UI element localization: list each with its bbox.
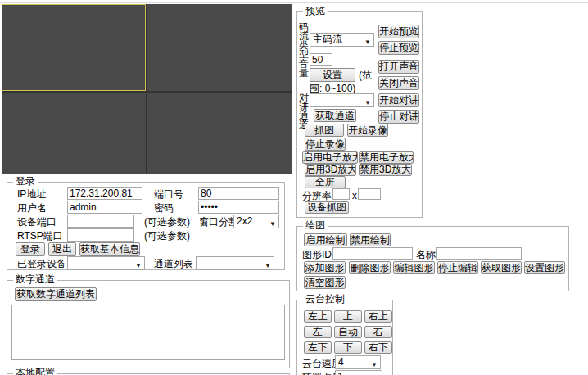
stop-talk-button[interactable]: 停止对讲 xyxy=(378,110,419,124)
ptz-right-button[interactable]: 右 xyxy=(364,326,392,338)
enable-3d-zoom-button[interactable]: 启用3D放大 xyxy=(305,164,356,176)
resolution-separator: x xyxy=(352,190,357,201)
port-label: 端口号 xyxy=(154,188,183,200)
open-sound-button[interactable]: 打开声音 xyxy=(378,60,419,74)
resolution-height-input[interactable] xyxy=(358,188,381,200)
resolution-width-input[interactable] xyxy=(332,188,350,200)
volume-range-note-1: (范 xyxy=(359,70,372,81)
login-legend: 登录 xyxy=(13,175,38,187)
ptz-left-button[interactable]: 左 xyxy=(304,326,332,338)
capture-button[interactable]: 抓图 xyxy=(305,124,344,137)
start-record-button[interactable]: 开始录像 xyxy=(347,124,388,137)
chevron-down-icon: ▼ xyxy=(265,260,271,270)
fullscreen-button[interactable]: 全屏 xyxy=(305,176,346,188)
ip-label: IP地址 xyxy=(17,188,46,200)
window-split-value: 2x2 xyxy=(237,215,252,227)
digital-channel-listbox[interactable] xyxy=(11,305,285,360)
shape-name-input[interactable] xyxy=(436,247,522,260)
ptz-panel: 云台控制 左上 上 右上 左 自动 右 左下 下 右下 云台速度 4 ▼ 预置点… xyxy=(296,300,393,375)
stream-type-label: 码流类型 xyxy=(298,23,310,59)
ptz-speed-select[interactable]: 4 ▼ xyxy=(335,355,381,369)
preview-panel: 预览 码流类型 主码流 ▼ 开始预览 停止预览 音量 设置 (范 围: 0~10… xyxy=(296,11,423,218)
port-input[interactable] xyxy=(198,187,279,200)
preview-legend: 预览 xyxy=(303,5,328,16)
close-sound-button[interactable]: 关闭声音 xyxy=(378,76,419,90)
device-capture-button[interactable]: 设备抓图 xyxy=(305,201,349,214)
chevron-down-icon: ▼ xyxy=(135,260,142,270)
volume-label: 音量 xyxy=(298,60,310,78)
device-port-label: 设备端口 xyxy=(17,216,57,228)
ptz-auto-button[interactable]: 自动 xyxy=(334,326,362,338)
local-config-legend: 本地配置 xyxy=(13,367,57,375)
chevron-down-icon: ▼ xyxy=(364,36,371,47)
disable-draw-button[interactable]: 禁用绘制 xyxy=(350,233,391,246)
get-shape-button[interactable]: 获取图形 xyxy=(481,261,522,274)
chevron-down-icon: ▼ xyxy=(364,97,371,107)
ptz-upright-button[interactable]: 右上 xyxy=(364,310,392,323)
ip-input[interactable] xyxy=(67,187,142,200)
start-preview-button[interactable]: 开始预览 xyxy=(378,25,419,38)
resolution-label: 分辨率: xyxy=(302,190,334,201)
volume-input[interactable] xyxy=(310,53,332,66)
clear-shapes-button[interactable]: 清空图形 xyxy=(304,276,346,289)
ptz-speed-value: 4 xyxy=(338,356,344,368)
channel-list-label: 通道列表 xyxy=(154,258,193,269)
stop-record-button[interactable]: 停止录像 xyxy=(305,138,346,151)
volume-set-button[interactable]: 设置 xyxy=(310,68,355,82)
draw-panel: 绘图 启用绘制 禁用绘制 图形ID: 名称: 添加图形 删除图形 编辑图形 停止… xyxy=(296,226,569,291)
page-top-divider xyxy=(0,2,588,3)
device-port-input[interactable] xyxy=(67,215,134,228)
password-input[interactable] xyxy=(198,201,279,214)
preset-number-input[interactable] xyxy=(335,370,382,375)
volume-range-note-2: 围: 0~100) xyxy=(310,83,355,94)
username-label: 用户名 xyxy=(17,202,47,214)
video-display-area xyxy=(2,4,292,174)
chevron-down-icon: ▼ xyxy=(371,359,378,369)
video-pane-1-selected[interactable] xyxy=(2,4,146,91)
optional-note-2: (可选参数) xyxy=(144,230,190,242)
stream-type-select[interactable]: 主码流 ▼ xyxy=(310,33,374,47)
get-digital-channel-list-button[interactable]: 获取数字通道列表 xyxy=(15,287,97,301)
rtsp-port-input[interactable] xyxy=(67,228,134,242)
username-input[interactable] xyxy=(67,201,142,214)
shape-id-input[interactable] xyxy=(332,247,413,260)
enable-draw-button[interactable]: 启用绘制 xyxy=(304,233,347,246)
get-channel-button[interactable]: 获取通道 xyxy=(314,109,356,122)
disable-3d-zoom-button[interactable]: 禁用3D放大 xyxy=(359,164,412,176)
digital-channel-panel: 数字通道 获取数字通道列表 xyxy=(7,280,290,368)
edit-shape-button[interactable]: 编辑图形 xyxy=(393,261,435,274)
enable-ezoom-button[interactable]: 启用电子放大 xyxy=(302,151,358,164)
video-pane-3[interactable] xyxy=(2,93,146,174)
password-label: 密码 xyxy=(154,202,174,214)
get-basic-info-button[interactable]: 获取基本信息 xyxy=(79,242,140,256)
optional-note-1: (可选参数) xyxy=(144,216,190,228)
stream-type-value: 主码流 xyxy=(313,34,342,45)
disable-ezoom-button[interactable]: 禁用电子放大 xyxy=(359,151,414,164)
ptz-legend: 云台控制 xyxy=(303,293,347,305)
ptz-down-button[interactable]: 下 xyxy=(334,341,362,354)
talk-channel-select[interactable]: ▼ xyxy=(310,93,374,107)
draw-legend: 绘图 xyxy=(303,219,328,231)
delete-shape-button[interactable]: 删除图形 xyxy=(349,261,391,274)
shape-name-label: 名称: xyxy=(416,249,438,260)
ptz-downright-button[interactable]: 右下 xyxy=(364,341,392,354)
stop-edit-button[interactable]: 停止编辑 xyxy=(437,261,478,274)
stop-preview-button[interactable]: 停止预览 xyxy=(378,41,419,55)
ptz-up-button[interactable]: 上 xyxy=(334,310,362,323)
ptz-downleft-button[interactable]: 左下 xyxy=(304,341,332,354)
logout-button[interactable]: 退出 xyxy=(48,242,76,256)
add-shape-button[interactable]: 添加图形 xyxy=(304,261,346,274)
window-split-select[interactable]: 2x2 ▼ xyxy=(233,215,279,228)
video-pane-4[interactable] xyxy=(147,93,292,174)
login-button[interactable]: 登录 xyxy=(16,242,45,256)
video-pane-2[interactable] xyxy=(147,4,292,91)
logged-devices-label: 已登录设备 xyxy=(17,258,66,269)
start-talk-button[interactable]: 开始对讲 xyxy=(378,93,419,107)
logged-devices-select[interactable]: ▼ xyxy=(67,256,145,270)
ptz-upleft-button[interactable]: 左上 xyxy=(304,310,332,323)
digital-channel-legend: 数字通道 xyxy=(13,273,57,285)
rtsp-port-label: RTSP端口 xyxy=(17,230,63,242)
shape-id-label: 图形ID: xyxy=(302,249,334,260)
channel-list-select[interactable]: ▼ xyxy=(196,256,274,270)
set-shape-button[interactable]: 设置图形 xyxy=(524,261,565,274)
